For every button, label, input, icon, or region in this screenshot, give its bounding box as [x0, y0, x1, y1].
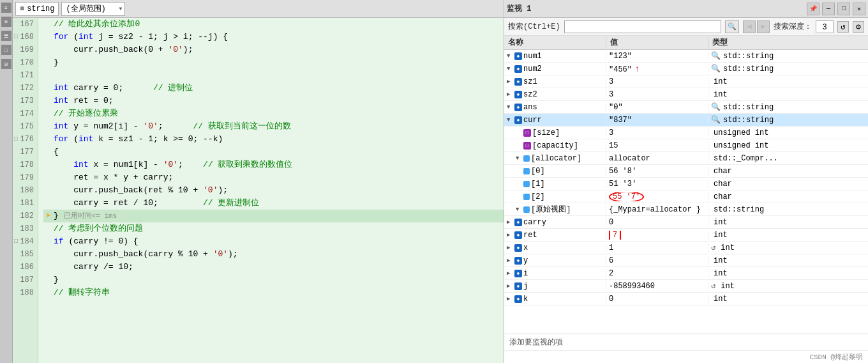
expand-arrow-num2[interactable]: ▼ — [507, 66, 513, 72]
watch-row-capacity[interactable]: □ [capacity]15unsigned int — [504, 139, 868, 152]
type-text-curr: std::string — [723, 116, 774, 125]
watch-row-j[interactable]: ▶◆ j-858993460↺ int — [504, 280, 868, 293]
watch-row-y[interactable]: ▶◆ y6int — [504, 254, 868, 267]
scope-dropdown[interactable]: (全局范围) — [61, 2, 125, 16]
refresh-icon-x[interactable]: ↺ — [711, 243, 715, 252]
expand-arrow-ans[interactable]: ▼ — [507, 104, 513, 111]
watermark: CSDN @烽起黎明 — [504, 350, 868, 363]
settings-icon[interactable]: ⚙ — [853, 21, 864, 33]
watch-row-type-j: ↺ int — [708, 281, 868, 291]
watch-maximize-btn[interactable]: □ — [837, 3, 850, 15]
watch-row-idx2[interactable]: [2]55 '7'char — [504, 190, 868, 203]
code-line-174: // 开始逐位累乘 — [43, 107, 504, 120]
type-text-sz2: int — [714, 90, 728, 99]
watch-row-val-y: 6 — [606, 256, 708, 265]
sidebar-icon-4: □ — [1, 45, 11, 55]
code-line-169: curr.push_back(0 + '0'); — [43, 43, 504, 56]
watch-row-k[interactable]: ▶◆ k0int — [504, 293, 868, 305]
expand-arrow-y[interactable]: ▶ — [507, 257, 513, 264]
watch-row-ret[interactable]: ▶◆ ret7int — [504, 229, 868, 242]
watch-row-curr[interactable]: ▼◆ curr"837"🔍 std::string — [504, 114, 868, 127]
refresh-icon-j[interactable]: ↺ — [711, 281, 715, 291]
watch-x-btn[interactable]: ✕ — [853, 3, 865, 15]
expand-arrow-carry[interactable]: ▶ — [507, 219, 513, 226]
type-text-i: int — [714, 269, 728, 278]
var-name-y: y — [523, 256, 528, 265]
code-line-183: // 考虑到个位数的问题 — [43, 222, 504, 235]
search-icon-ans[interactable]: 🔍 — [711, 102, 721, 112]
watch-row-name-capacity: □ [capacity] — [504, 141, 606, 150]
search-icon-num2[interactable]: 🔍 — [711, 64, 721, 73]
col-name-header: 名称 — [504, 37, 606, 48]
next-search-btn[interactable]: ▶ — [757, 20, 770, 33]
watch-table-header: 名称 值 类型 — [504, 36, 868, 50]
code-text-181: carry = ret / 10; // 更新进制位 — [54, 197, 259, 210]
search-button[interactable]: 🔍 — [725, 20, 739, 33]
code-text-187: } — [54, 274, 59, 286]
watch-row-val-x: 1 — [606, 243, 708, 252]
search-icon-num1[interactable]: 🔍 — [711, 51, 721, 61]
expand-arrow-sz2[interactable]: ▶ — [507, 91, 513, 98]
watch-close-btn[interactable]: — — [822, 3, 835, 15]
type-text-ret: int — [714, 231, 728, 240]
search-icon-curr[interactable]: 🔍 — [711, 115, 721, 125]
type-text-sz1: int — [714, 77, 728, 86]
nav-arrows: ◀ ▶ — [743, 20, 770, 33]
watch-row-size[interactable]: □ [size]3unsigned int — [504, 127, 868, 139]
watch-row-num1[interactable]: ▼◆ num1"123"🔍 std::string — [504, 50, 868, 63]
watch-row-val-j: -858993460 — [606, 282, 708, 291]
expand-arrow-x[interactable]: ▶ — [507, 244, 513, 251]
watch-row-type-ans: 🔍 std::string — [708, 102, 868, 112]
watch-row-idx0[interactable]: [0]56 '8'char — [504, 165, 868, 178]
watch-row-type-k: int — [708, 295, 868, 304]
code-text-173: int ret = 0; — [54, 95, 114, 107]
var-name-x: x — [523, 243, 528, 252]
expand-arrow-curr[interactable]: ▼ — [507, 117, 513, 123]
expand-arrow-sz1[interactable]: ▶ — [507, 78, 513, 85]
expand-arrow-k[interactable]: ▶ — [507, 295, 513, 302]
code-text-178: int x = num1[k] - '0'; // 获取到乘数的数值位 — [54, 158, 292, 171]
watch-row-num2[interactable]: ▼◆ num2"456"↑🔍 std::string — [504, 63, 868, 75]
search-input[interactable] — [564, 20, 721, 33]
line-num-170: 170 — [13, 56, 38, 69]
watch-row-type-carry: int — [708, 218, 868, 227]
type-text-rawview: std::string — [714, 205, 764, 214]
var-icon-carry: ◆ — [514, 219, 522, 226]
watch-row-carry[interactable]: ▶◆ carry0int — [504, 216, 868, 229]
watch-row-sz2[interactable]: ▶◆ sz23int — [504, 88, 868, 101]
line-num-185: 185 — [13, 248, 38, 261]
expand-arrow-num1[interactable]: ▼ — [507, 53, 513, 59]
watch-row-type-num2: 🔍 std::string — [708, 64, 868, 73]
line-indicator-182: ➤ — [43, 210, 54, 222]
watch-row-x[interactable]: ▶◆ x1↺ int — [504, 242, 868, 254]
expand-arrow-rawview[interactable]: ▼ — [516, 206, 522, 213]
watch-pin-btn[interactable]: 📌 — [807, 3, 819, 15]
watch-row-i[interactable]: ▶◆ i2int — [504, 267, 868, 280]
scope-icon: ■ — [20, 4, 24, 13]
watch-row-idx1[interactable]: [1]51 '3'char — [504, 178, 868, 190]
expand-arrow-ret[interactable]: ▶ — [507, 231, 513, 238]
code-line-171 — [43, 69, 504, 82]
watch-row-val-capacity: 15 — [606, 141, 708, 150]
watch-row-name-j: ▶◆ j — [504, 282, 606, 291]
watch-row-type-idx1: char — [708, 180, 868, 189]
code-line-180: curr.push_back(ret % 10 + '0'); — [43, 184, 504, 197]
code-line-167: // 给此处其余位添加0 — [43, 18, 504, 31]
expand-arrow-allocator[interactable]: ▼ — [516, 155, 522, 162]
prev-search-btn[interactable]: ◀ — [743, 20, 756, 33]
pink-arrow-indicator: ↑ — [634, 64, 640, 74]
watch-row-name-carry: ▶◆ carry — [504, 218, 606, 227]
watch-row-name-ret: ▶◆ ret — [504, 231, 606, 240]
refresh-icon[interactable]: ↺ — [837, 21, 849, 33]
expand-arrow-j[interactable]: ▶ — [507, 282, 513, 290]
var-icon-capacity: □ — [523, 142, 531, 150]
watch-row-allocator[interactable]: ▼ [allocator]allocatorstd::_Compr... — [504, 152, 868, 165]
expand-arrow-i[interactable]: ▶ — [507, 270, 513, 277]
watch-row-rawview[interactable]: ▼ [原始视图]{_Mypair=allocator }std::string — [504, 203, 868, 216]
var-name-num2: num2 — [523, 65, 542, 73]
line-num-171: 171 — [13, 69, 38, 82]
watch-row-val-sz1: 3 — [606, 77, 708, 86]
line-num-177: 177 — [13, 146, 38, 158]
watch-row-ans[interactable]: ▼◆ ans"0"🔍 std::string — [504, 101, 868, 114]
watch-row-sz1[interactable]: ▶◆ sz13int — [504, 75, 868, 88]
